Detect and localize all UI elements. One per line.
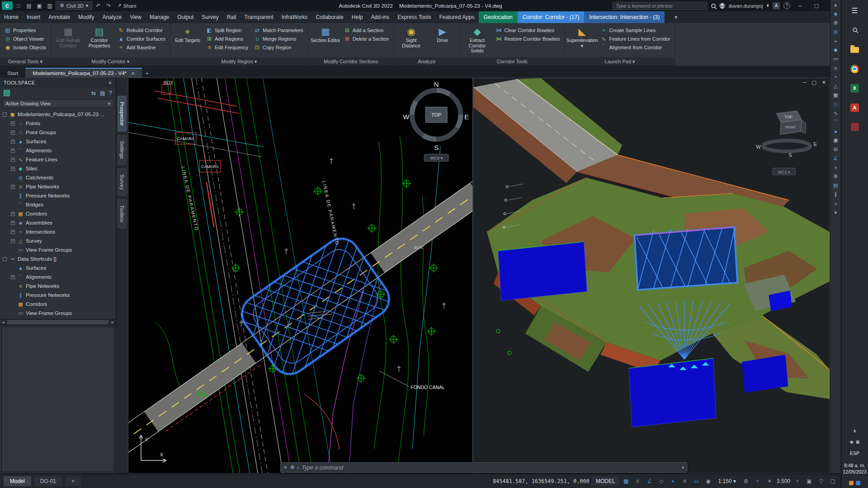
close-tab-icon[interactable]: ✕ [131,71,135,76]
tree-expander[interactable]: - [3,257,7,261]
chevron-down-icon[interactable]: ▾ [766,3,769,9]
autoscale-icon[interactable]: + [793,477,802,486]
tool-icon[interactable]: ◈ [832,10,840,18]
preview-toggle-icon[interactable]: ▤ [100,90,105,96]
help-icon[interactable]: ? [783,2,790,9]
new-icon[interactable]: □ [14,3,23,9]
open-icon[interactable]: ▤ [24,3,33,9]
scroll-left-icon[interactable]: ◂ [0,320,6,324]
tree-item-surfaces[interactable]: +▲Surfaces [0,137,116,146]
user-name[interactable]: duvan.durangoj [729,3,763,9]
toolspace-help-icon[interactable]: ? [109,90,112,96]
tab-annotate[interactable]: Annotate [44,11,74,23]
panel-label-general-tools[interactable]: General Tools ▾ [0,57,51,66]
tree-expander[interactable]: + [11,185,15,189]
merge-regions-button[interactable]: ∪Merge Regions [252,34,306,43]
tree-expander[interactable]: + [11,239,15,243]
clean-screen-icon[interactable]: ▢ [828,477,837,486]
tool-icon[interactable]: ⊞ [832,19,840,27]
tree-item-view-frame-groups[interactable]: ▭View Frame Groups [0,245,116,254]
compass-west[interactable]: W [403,113,410,121]
tree-expander[interactable] [11,302,15,306]
tab-collaborate[interactable]: Collaborate [311,11,347,23]
view-selector-dropdown[interactable]: Active Drawing View ▾ [2,99,114,108]
tool-icon[interactable]: + [832,37,840,45]
tool-icon[interactable]: ≡ [832,64,840,72]
tree-item-point-groups[interactable]: +∷Point Groups [0,128,116,137]
tool-icon[interactable]: ◎ [832,28,840,36]
search-input[interactable] [613,2,708,10]
tool-icon[interactable]: ≈ [832,200,840,207]
layout-tab-dg01[interactable]: DG-01 [34,476,62,486]
filter-icon[interactable]: ▽ [816,477,826,486]
units-icon[interactable]: ▣ [805,477,814,486]
tab-infraworks[interactable]: InfraWorks [278,11,312,23]
tool-icon[interactable]: ⌒ [832,118,840,126]
tree-expander[interactable] [11,293,15,297]
tool-icon[interactable]: ● [832,127,840,135]
restore-corridor-bowties-button[interactable]: ⋈Restore Corridor Bowties [494,34,562,43]
compass-south[interactable]: S [434,144,439,151]
tab-geolocation[interactable]: Geolocation [479,11,518,23]
edit-targets-button[interactable]: ⌖Edit Targets [173,24,203,56]
viewcube-east[interactable]: E [813,141,816,147]
network-icon[interactable]: ◉ [850,440,854,444]
tree-item-corridors[interactable]: +▦Corridors [0,209,116,218]
tree-item-feature-lines[interactable]: +∿Feature Lines [0,155,116,164]
isodraft-icon[interactable]: ◇ [657,477,666,486]
app-store-icon[interactable]: A [773,2,780,9]
copy-region-button[interactable]: ⊡Copy Region [252,43,306,52]
add-baseline-button[interactable]: +Add Baseline [116,43,168,52]
corridor-properties-button[interactable]: ▤Corridor Properties [85,24,114,56]
tree-item-ds-view-frame-groups[interactable]: ▭View Frame Groups [0,309,116,318]
tree-expander[interactable]: + [11,275,15,279]
edit-rehab-corridor-button[interactable]: ▦Edit Rehab Corridor [53,24,83,56]
delete-a-section-button[interactable]: ⊠Delete a Section [342,34,392,43]
tab-toolbox[interactable]: Toolbox [118,199,127,228]
panel-label-analyze[interactable]: Analyze [394,57,460,66]
section-editor-button[interactable]: ▦Section Editor [311,24,340,56]
command-customize-icon[interactable]: ⚙ [290,465,294,470]
annotation-scale-button[interactable]: 1:150 ▾ [716,477,739,486]
autocad-icon[interactable]: A [850,103,859,112]
tool-icon[interactable]: ∥ [832,191,840,198]
tree-expander[interactable]: + [11,131,15,135]
command-history-icon[interactable]: ▾ [682,465,684,470]
save-icon[interactable]: ▣ [35,3,44,9]
tab-transparent[interactable]: Transparent [240,11,277,23]
match-parameters-button[interactable]: ⇄Match Parameters [252,26,306,34]
extract-corridor-solids-button[interactable]: ◆Extract Corridor Solids [462,24,492,56]
corridor-surfaces-button[interactable]: ▲Corridor Surfaces [116,34,168,43]
undo-icon[interactable]: ↶ [94,3,103,9]
tree-item-data-shortcuts[interactable]: -↪Data Shortcuts [] [0,254,116,263]
tree-item-ds-surfaces[interactable]: ▲Surfaces [0,263,116,272]
alignment-from-corridor-button[interactable]: ⌒Alignment from Corridor [598,43,672,52]
tab-modify[interactable]: Modify [74,11,98,23]
tool-icon[interactable]: ▭ [832,55,840,63]
wcs-dropdown-3d[interactable]: WCS ▾ [773,168,795,175]
tree-item-sites[interactable]: +◆Sites [0,164,116,173]
tool-icon[interactable]: ⌖ [832,73,840,81]
tool-icon[interactable]: ∠ [832,155,840,162]
autodesk-app-icon[interactable] [851,123,859,131]
tab-analyze[interactable]: Analyze [98,11,126,23]
tab-help[interactable]: Help [348,11,367,23]
tool-icon[interactable]: ◆ [832,46,840,54]
tab-settings[interactable]: Settings [118,135,127,165]
tab-corridor-contextual[interactable]: Corridor: Corridor - (17) [518,11,584,23]
feature-lines-from-corridor-button[interactable]: ∿Feature Lines from Corridor [598,34,672,43]
search-icon[interactable] [711,4,716,8]
viewport-close-icon[interactable]: ✕ [822,80,826,85]
excel-icon[interactable]: X [850,84,859,93]
viewport-3d-model[interactable]: ─ ▢ ✕ [473,78,830,474]
tree-expander[interactable] [11,266,15,270]
tool-icon[interactable]: △ [832,82,840,90]
isolate-objects-button[interactable]: ◉Isolate Objects [2,43,48,52]
scroll-up-icon[interactable]: ▴ [832,1,840,9]
tree-expander[interactable]: - [3,113,7,117]
toolspace-close-icon[interactable]: ✕ [108,80,112,85]
panel-label-modify-corridor[interactable]: Modify Corridor ▾ [51,57,170,66]
annotation-visibility-icon[interactable]: + [753,477,762,486]
command-close-icon[interactable]: ✕ [283,465,287,470]
tool-icon[interactable]: ⚙ [832,173,840,180]
